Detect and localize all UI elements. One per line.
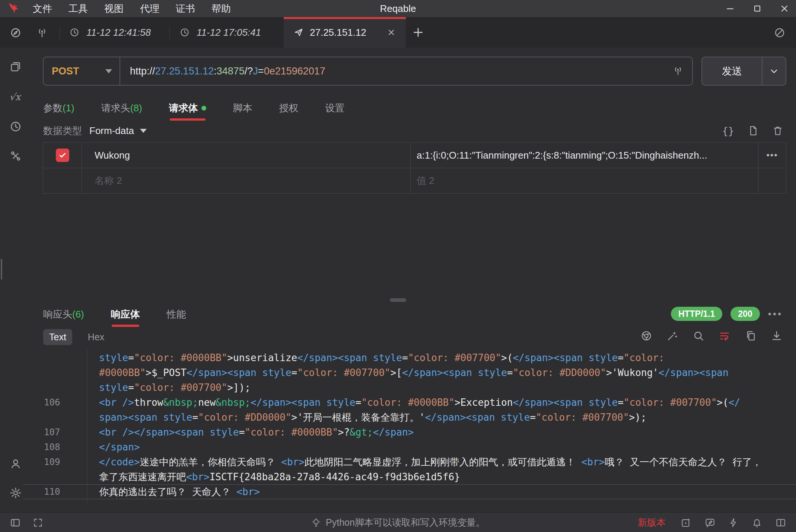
lightning-icon[interactable] [728,517,739,528]
url-segment: /? [245,66,253,77]
tab-label: 性能 [167,308,186,321]
wrap-icon[interactable] [719,330,730,342]
bulb-icon [311,517,321,528]
send-button-group: 发送 [701,57,786,86]
line-number [23,380,87,395]
checkbox-checked[interactable] [56,149,69,162]
response-toolbar [640,330,783,342]
tab-count: (8) [130,102,142,114]
document-icon[interactable] [748,125,759,136]
toolbox-icon[interactable] [9,150,22,162]
panel-splitter-handle[interactable] [390,298,406,302]
magic-wand-icon[interactable] [666,330,678,342]
tab-script[interactable]: 脚本 [233,102,252,115]
capture-off-icon[interactable] [774,27,786,39]
green-dot-indicator [201,106,206,111]
view-hex-button[interactable]: Hex [82,329,110,345]
braces-icon[interactable]: {} [722,125,734,137]
response-view-toggle: Text Hex [43,329,110,345]
reqable-window: { "window": { "title": "Reqable", "menus… [0,0,796,532]
tab-settings[interactable]: 设置 [325,102,345,115]
url-segment: 27.25.151.12 [155,66,214,77]
code-line-text: </span> [87,440,140,455]
maximize-icon[interactable] [753,4,762,13]
datatype-label: 数据类型 [43,124,82,137]
send-button[interactable]: 发送 [702,57,762,85]
antenna-icon[interactable] [672,65,684,77]
code-row: style="color: #0000BB">unserialize</span… [23,350,796,365]
code-line-text: span><span style="color: #DD0000">'开局一根棍… [87,410,646,425]
compass-icon[interactable] [10,27,22,39]
feedback-icon[interactable] [704,517,716,528]
close-tab-icon[interactable] [386,28,396,37]
url-input[interactable]: http://27.25.151.12:34875/?J=0e215962017 [120,66,672,77]
new-version-link[interactable]: 新版本 [638,516,666,529]
search-icon[interactable] [692,330,704,342]
param-name-field[interactable]: Wukong [82,143,411,168]
tab-performance[interactable]: 性能 [167,308,186,321]
user-icon[interactable] [9,457,22,470]
history-icon[interactable] [9,120,22,133]
tab-divider [60,27,60,39]
formula-icon[interactable]: √x [9,92,20,102]
settings-icon[interactable] [9,487,22,499]
row-checkbox-cell[interactable] [43,168,82,193]
method-dropdown[interactable]: POST [44,57,120,85]
history-tab-1[interactable]: 11-12 12:41:58 [66,17,155,48]
active-request-tab[interactable]: 27.25.151.12 [284,17,406,48]
param-name-field[interactable]: 名称 2 [82,168,411,193]
browser-icon[interactable] [640,330,652,342]
table-row: 名称 2 值 2 [43,168,786,193]
minimize-icon[interactable] [725,4,735,13]
tab-request-headers[interactable]: 请求头(8) [101,102,142,115]
chevron-down-icon [105,69,112,73]
code-line-text: #0000BB">$_POST</span><span style="color… [87,365,729,380]
history-tab-2[interactable]: 11-12 17:05:41 [176,17,265,48]
url-segment: http:// [130,66,155,77]
chevron-down-icon [769,66,779,76]
window-title: Reqable [0,0,796,17]
row-more-button[interactable]: ••• [758,143,786,168]
paper-plane-icon [293,27,304,38]
param-value-field[interactable]: a:1:{i:0;O:11:"Tianmingren":2:{s:8:"tian… [411,143,758,168]
copy-icon[interactable] [745,330,757,342]
chevron-down-icon [140,129,147,133]
url-segment: = [258,66,264,77]
gutter-divider [87,349,87,503]
tab-label: 参数 [43,102,63,115]
add-tab-icon[interactable] [412,26,424,39]
code-line-text: style="color: #0000BB">unserialize</span… [87,350,670,365]
tab-response-headers[interactable]: 响应头(6) [43,308,84,321]
download-icon[interactable] [771,330,783,342]
collection-icon[interactable] [9,60,22,73]
code-row: 拿了东西速速离开吧<br>ISCTF{248ba28a-27a8-4426-ac… [23,469,796,484]
close-window-icon[interactable] [780,4,789,13]
send-options-button[interactable] [762,57,786,85]
code-line-text: 你真的逃出去了吗？ 天命人？ <br> [87,485,260,499]
line-number [23,365,87,380]
split-panel-icon[interactable] [775,517,786,528]
param-value-field[interactable]: 值 2 [411,168,758,193]
antenna-icon[interactable] [36,27,48,39]
tab-response-body[interactable]: 响应体 [111,308,140,321]
tab-request-body[interactable]: 请求体 [169,102,206,115]
response-tab-bar: 响应头(6) 响应体 性能 [43,306,186,322]
tab-label: 授权 [279,102,299,115]
code-line-text: <br /></span><span style="color: #0000BB… [87,425,414,440]
tab-authorization[interactable]: 授权 [279,102,299,115]
response-badges: HTTP/1.1 200 ••• [671,307,783,321]
code-line-text: </code>迷途中的羔羊，你相信天命吗？ <br>此地阴阳二气略显虚浮，加上刚… [87,455,761,469]
request-tab-bar: 参数(1) 请求头(8) 请求体 脚本 授权 设置 [43,100,345,116]
bell-icon[interactable] [751,517,762,528]
sparkle-box-icon[interactable] [681,517,692,528]
response-more-button[interactable]: ••• [768,308,783,320]
view-text-button[interactable]: Text [43,329,72,345]
url-segment: : [214,66,217,77]
tab-params[interactable]: 参数(1) [43,102,74,115]
window-controls [725,0,789,17]
datatype-row: 数据类型 Form-data [43,123,147,138]
response-body-viewer[interactable]: style="color: #0000BB">unserialize</span… [23,350,796,501]
trash-icon[interactable] [772,125,783,136]
tab-label: 响应体 [111,308,140,321]
datatype-dropdown[interactable]: Form-data [89,125,134,137]
